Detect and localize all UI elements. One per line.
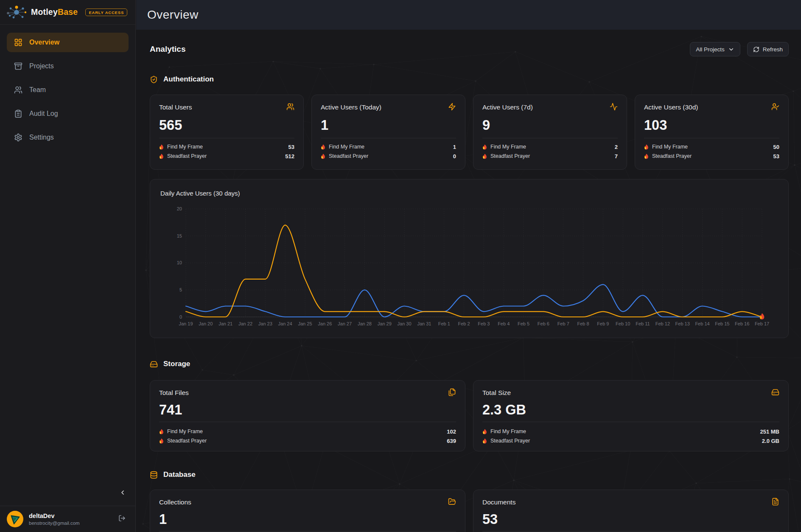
svg-text:Jan 23: Jan 23 [258, 321, 272, 326]
svg-text:Feb 14: Feb 14 [695, 321, 709, 326]
svg-text:Feb 11: Feb 11 [636, 321, 650, 326]
svg-text:Feb 5: Feb 5 [518, 321, 529, 326]
svg-text:Feb 12: Feb 12 [655, 321, 670, 326]
svg-text:5: 5 [179, 287, 182, 292]
svg-text:Feb 15: Feb 15 [715, 321, 729, 326]
svg-text:Feb 6: Feb 6 [538, 321, 549, 326]
svg-text:Jan 20: Jan 20 [199, 321, 213, 326]
svg-text:Feb 3: Feb 3 [478, 321, 490, 326]
svg-text:15: 15 [177, 233, 182, 238]
svg-text:Feb 9: Feb 9 [597, 321, 609, 326]
svg-text:Feb 16: Feb 16 [735, 321, 749, 326]
svg-text:Jan 19: Jan 19 [179, 321, 193, 326]
svg-text:Jan 26: Jan 26 [318, 321, 332, 326]
svg-text:Jan 22: Jan 22 [238, 321, 252, 326]
svg-text:Feb 8: Feb 8 [577, 321, 589, 326]
svg-text:Feb 4: Feb 4 [498, 321, 510, 326]
svg-text:Feb 1: Feb 1 [438, 321, 450, 326]
svg-text:10: 10 [177, 260, 182, 265]
svg-text:Feb 2: Feb 2 [458, 321, 470, 326]
svg-text:Jan 24: Jan 24 [278, 321, 292, 326]
svg-text:Feb 7: Feb 7 [557, 321, 569, 326]
svg-text:Jan 25: Jan 25 [298, 321, 312, 326]
svg-text:Jan 30: Jan 30 [398, 321, 412, 326]
svg-text:Jan 31: Jan 31 [417, 321, 431, 326]
svg-text:Jan 27: Jan 27 [338, 321, 352, 326]
svg-text:20: 20 [177, 206, 182, 211]
svg-text:Jan 28: Jan 28 [358, 321, 372, 326]
svg-text:Feb 13: Feb 13 [675, 321, 690, 326]
svg-text:Jan 21: Jan 21 [218, 321, 232, 326]
svg-text:Feb 10: Feb 10 [616, 321, 630, 326]
svg-text:0: 0 [179, 314, 182, 319]
svg-text:Jan 29: Jan 29 [378, 321, 392, 326]
svg-text:Feb 17: Feb 17 [755, 321, 769, 326]
